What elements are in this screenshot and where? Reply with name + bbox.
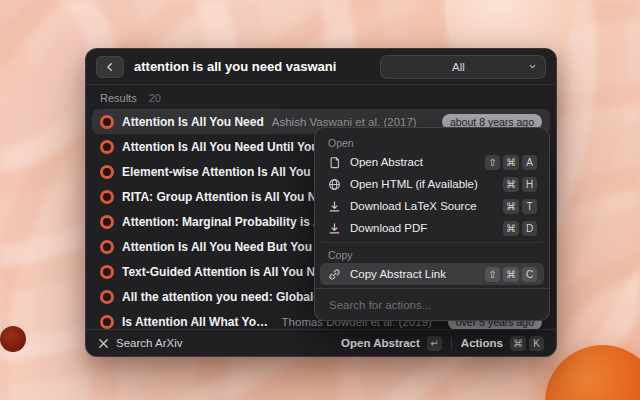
document-icon	[327, 156, 342, 169]
arxiv-result-icon	[100, 140, 114, 154]
chevron-down-icon	[528, 62, 537, 71]
menu-item-label: Open Abstract	[350, 156, 477, 168]
result-authors: Ashish Vaswani et al. (2017)	[272, 116, 417, 128]
keycap: ⌘	[510, 336, 526, 351]
keycap: ⇧	[485, 155, 500, 170]
actions-button[interactable]: Actions	[461, 337, 503, 349]
menu-item-download-latex[interactable]: Download LaTeX Source ⌘ T	[320, 195, 544, 217]
shortcut-keys: ⇧ ⌘ C	[485, 267, 537, 282]
keycap: ⌘	[503, 221, 519, 236]
result-title: Is Attention All What You Need? -- An Em…	[122, 315, 274, 329]
menu-item-open-abstract[interactable]: Open Abstract ⇧ ⌘ A	[320, 151, 544, 173]
shortcut-keys: ⌘ H	[503, 177, 537, 192]
footer-bar: Search ArXiv Open Abstract ↵ Actions ⌘ K	[86, 329, 556, 356]
menu-item-label: Open HTML (if Available)	[350, 178, 495, 190]
dropdown-selected-value: All	[389, 61, 528, 73]
arxiv-logo-icon	[98, 338, 109, 349]
globe-icon	[327, 178, 342, 191]
arrow-left-icon	[105, 62, 115, 72]
category-dropdown[interactable]: All	[380, 55, 546, 79]
keycap: H	[522, 177, 537, 192]
enter-keycap: ↵	[427, 336, 442, 351]
keycap: K	[529, 336, 544, 351]
menu-item-download-pdf[interactable]: Download PDF ⌘ D	[320, 217, 544, 239]
keycap: ⌘	[503, 155, 519, 170]
download-icon	[327, 200, 342, 213]
keycap: T	[522, 199, 537, 214]
raycast-window: All Results 20 Attention Is All You Need…	[85, 48, 557, 357]
results-label: Results	[100, 92, 137, 106]
search-input[interactable]	[134, 59, 370, 74]
arxiv-result-icon	[100, 240, 114, 254]
action-search-input[interactable]	[327, 298, 541, 312]
arxiv-result-icon	[100, 290, 114, 304]
wallpaper-blob-orange	[545, 345, 640, 400]
keycap: A	[522, 155, 537, 170]
back-button[interactable]	[96, 56, 124, 78]
shortcut-keys: ⌘ D	[503, 221, 537, 236]
shortcut-keys: ⇧ ⌘ A	[485, 155, 537, 170]
wallpaper-blob-red	[0, 326, 26, 352]
keycap: ⌘	[503, 199, 519, 214]
keycap: C	[522, 267, 537, 282]
action-panel: Open Open Abstract ⇧ ⌘ A	[314, 127, 550, 321]
menu-item-label: Copy Abstract Link	[350, 268, 477, 280]
arxiv-result-icon	[100, 115, 114, 129]
shortcut-keys: ⌘ T	[503, 199, 537, 214]
actions-shortcut-keys: ⌘ K	[510, 336, 544, 351]
menu-item-label: Download PDF	[350, 222, 495, 234]
download-icon	[327, 222, 342, 235]
keycap: ⌘	[503, 177, 519, 192]
arxiv-result-icon	[100, 265, 114, 279]
desktop-wallpaper: All Results 20 Attention Is All You Need…	[0, 0, 640, 400]
primary-action-label[interactable]: Open Abstract	[341, 337, 420, 349]
keycap: ⇧	[485, 267, 500, 282]
menu-section-open: Open	[320, 133, 544, 151]
results-count: 20	[149, 92, 161, 106]
arxiv-result-icon	[100, 190, 114, 204]
arxiv-result-icon	[100, 165, 114, 179]
action-search	[315, 288, 549, 320]
arxiv-result-icon	[100, 315, 114, 329]
menu-item-open-html[interactable]: Open HTML (if Available) ⌘ H	[320, 173, 544, 195]
results-header: Results 20	[86, 85, 556, 109]
menu-item-copy-abstract-link[interactable]: Copy Abstract Link ⇧ ⌘ C	[320, 263, 544, 285]
keycap: D	[522, 221, 537, 236]
menu-section-copy: Copy	[320, 245, 544, 263]
source-label: Search ArXiv	[116, 337, 182, 349]
keycap: ⌘	[503, 267, 519, 282]
menu-item-label: Download LaTeX Source	[350, 200, 495, 212]
result-title: Attention Is All You Need	[122, 115, 264, 129]
arxiv-result-icon	[100, 215, 114, 229]
menu-divider	[322, 242, 542, 243]
search-header: All	[86, 49, 556, 85]
link-icon	[327, 268, 342, 281]
footer-divider	[451, 337, 452, 349]
result-title: Element-wise Attention Is All You Need	[122, 165, 343, 179]
